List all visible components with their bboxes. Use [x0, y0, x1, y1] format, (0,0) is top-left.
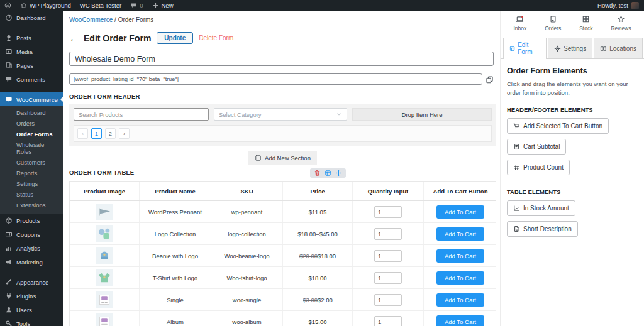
move-icon[interactable]: [335, 170, 342, 177]
add-to-cart-button[interactable]: Add To Cart: [436, 205, 484, 219]
product-price-cell: $18.00–$45.00: [283, 223, 353, 244]
sidebar-item-label: Marketing: [16, 259, 43, 266]
wp-logo-menu[interactable]: [0, 0, 16, 11]
tab-settings[interactable]: Settings: [548, 38, 592, 58]
sidebar-item-label: Pages: [16, 62, 33, 69]
quantity-input[interactable]: [374, 316, 402, 326]
submenu-item-settings[interactable]: Settings: [0, 178, 63, 189]
sidebar-item-users[interactable]: Users: [0, 303, 63, 317]
submenu-item-wholesale-roles[interactable]: Wholesale Roles: [0, 139, 63, 157]
sidebar-item-posts[interactable]: Posts: [0, 31, 63, 45]
add-to-cart-button[interactable]: Add To Cart: [436, 293, 484, 307]
shortcode-input[interactable]: [69, 73, 482, 85]
product-name-cell: Logo Collection: [140, 223, 211, 244]
product-name-cell: Album: [140, 311, 211, 326]
delete-icon[interactable]: [314, 170, 321, 177]
element-button-cart-subtotal[interactable]: Cart Subtotal: [507, 139, 566, 155]
pagination-page-2[interactable]: 2: [105, 128, 116, 139]
back-arrow[interactable]: ←: [69, 34, 78, 43]
tab-locations[interactable]: Locations: [594, 38, 643, 58]
wc-beta-tester-menu[interactable]: WC Beta Tester: [75, 0, 126, 11]
sidebar-item-analytics[interactable]: Analytics: [0, 241, 63, 255]
activity-label: Reviews: [611, 25, 631, 31]
quantity-input[interactable]: [374, 228, 402, 240]
submenu-item-extensions[interactable]: Extensions: [0, 200, 63, 210]
element-button-in-stock-amount[interactable]: In Stock Amount: [507, 200, 575, 216]
woocommerce-icon: [5, 95, 13, 103]
breadcrumb-woocommerce-link[interactable]: WooCommerce: [69, 16, 113, 23]
sidebar-item-media[interactable]: Media: [0, 45, 63, 58]
submenu-item-order-forms[interactable]: Order Forms: [0, 129, 63, 139]
sidebar-item-dashboard[interactable]: Dashboard: [0, 11, 63, 24]
quantity-input[interactable]: [374, 272, 402, 284]
comments-menu[interactable]: 0: [126, 0, 147, 11]
activity-orders[interactable]: Orders: [545, 15, 561, 31]
product-price-cell: $18.00: [283, 267, 353, 288]
new-content-menu[interactable]: New: [148, 0, 178, 11]
sidebar-item-label: Users: [16, 307, 32, 313]
pagination-next-button[interactable]: ›: [119, 128, 130, 139]
plus-box-icon: [255, 155, 262, 161]
sidebar-item-pages[interactable]: Pages: [0, 58, 63, 72]
product-sku-cell: Woo-tshirt-logo: [211, 267, 283, 288]
quantity-input[interactable]: [374, 294, 402, 306]
drop-item-here-zone[interactable]: Drop Item Here: [352, 108, 492, 121]
add-to-cart-button[interactable]: Add To Cart: [436, 315, 484, 326]
column-header-quantity-input: Quantity Input: [353, 182, 424, 200]
account-menu[interactable]: Howdy, test: [597, 2, 644, 9]
sidebar-item-marketing[interactable]: Marketing: [0, 255, 63, 269]
add-to-cart-button[interactable]: Add To Cart: [436, 227, 484, 241]
add-to-cart-button[interactable]: Add To Cart: [436, 271, 484, 285]
wp-admin-page: WP Playground WC Beta Tester 0 New Howdy…: [0, 0, 644, 326]
panel-tabs: Edit FormSettingsLocations: [501, 38, 644, 59]
marketing-icon: [5, 258, 13, 266]
copy-shortcode-button[interactable]: [486, 75, 494, 84]
cart-icon: [513, 122, 520, 129]
table-row: WordPress Pennantwp-pennant$11.05Add To …: [70, 201, 496, 223]
right-panel: InboxOrdersStockReviews Edit FormSetting…: [500, 11, 644, 326]
order-form-header-label: ORDER FORM HEADER: [69, 93, 496, 100]
sidebar-item-products[interactable]: Products: [0, 214, 63, 227]
submenu-item-status[interactable]: Status: [0, 189, 63, 200]
quantity-input[interactable]: [374, 206, 402, 218]
add-to-cart-button[interactable]: Add To Cart: [436, 249, 484, 263]
element-button-short-description[interactable]: Short Description: [507, 221, 578, 237]
single-thumb: [96, 291, 113, 308]
sidebar-item-woocommerce[interactable]: WooCommerce: [0, 92, 63, 106]
element-button-product-count[interactable]: Product Count: [507, 160, 570, 175]
submenu-item-reports[interactable]: Reports: [0, 168, 63, 178]
activity-stock[interactable]: Stock: [579, 15, 592, 31]
submenu-item-customers[interactable]: Customers: [0, 157, 63, 168]
copy-icon: [486, 75, 494, 84]
element-button-add-selected-to-cart-button[interactable]: Add Selected To Cart Button: [507, 118, 609, 134]
update-button[interactable]: Update: [157, 32, 193, 44]
price-old: $20.00: [299, 253, 318, 259]
submenu-item-orders[interactable]: Orders: [0, 118, 63, 129]
sidebar-item-tools[interactable]: Tools: [0, 317, 63, 326]
activity-panel: InboxOrdersStockReviews: [501, 11, 644, 35]
site-name-menu[interactable]: WP Playground: [16, 0, 75, 11]
sidebar-item-comments[interactable]: Comments: [0, 72, 63, 86]
activity-inbox[interactable]: Inbox: [513, 15, 526, 31]
sidebar-item-coupons[interactable]: Coupons: [0, 227, 63, 241]
layout-icon[interactable]: [325, 170, 331, 177]
panel-heading: Order Form Elements: [507, 67, 638, 75]
shortcode-row: [69, 73, 494, 85]
inbox-icon: [516, 15, 524, 23]
activity-reviews[interactable]: Reviews: [611, 15, 631, 31]
form-title-input[interactable]: [69, 52, 494, 66]
element-section-label-table-elements: TABLE ELEMENTS: [507, 188, 638, 195]
pagination-page-1[interactable]: 1: [91, 128, 102, 139]
pagination-prev-button[interactable]: ‹: [77, 128, 88, 139]
pennant-thumb: [96, 204, 113, 220]
quantity-cell: [353, 201, 424, 222]
tab-edit-form[interactable]: Edit Form: [503, 38, 547, 58]
search-products-input[interactable]: [74, 108, 209, 121]
select-category-dropdown[interactable]: Select Category: [214, 108, 347, 121]
add-new-section-button[interactable]: Add New Section: [248, 151, 317, 165]
sidebar-item-plugins[interactable]: Plugins: [0, 289, 63, 303]
quantity-input[interactable]: [374, 250, 402, 262]
delete-form-link[interactable]: Delete Form: [199, 35, 233, 41]
submenu-item-dashboard[interactable]: Dashboard: [0, 107, 63, 118]
sidebar-item-appearance[interactable]: Appearance: [0, 275, 63, 289]
